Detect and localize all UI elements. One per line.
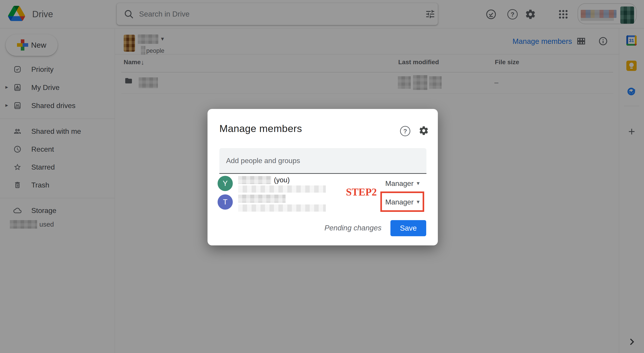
manage-members-dialog: Manage members ? Y (you) Manager ▼ T Man… <box>208 109 438 245</box>
pending-changes-label: Pending changes <box>312 221 382 235</box>
step2-annotation: STEP2 <box>340 187 377 197</box>
add-people-field[interactable] <box>219 148 426 174</box>
member-email-redacted <box>238 185 326 193</box>
member-you-label: (you) <box>274 176 290 184</box>
dropdown-arrow-icon: ▼ <box>416 179 420 188</box>
dialog-title: Manage members <box>219 123 302 134</box>
add-people-input[interactable] <box>226 148 418 173</box>
member-role-dropdown[interactable]: Manager ▼ <box>385 179 411 188</box>
member-avatar: Y <box>218 176 233 191</box>
member-name-redacted <box>238 195 286 203</box>
save-button[interactable]: Save <box>390 220 426 236</box>
dialog-help-icon[interactable]: ? <box>400 126 410 136</box>
member-name-redacted <box>238 176 271 184</box>
annotation-highlight-box <box>380 191 424 212</box>
member-avatar: T <box>218 194 233 210</box>
dialog-settings-gear-icon[interactable] <box>418 126 429 136</box>
member-email-redacted <box>238 204 326 212</box>
